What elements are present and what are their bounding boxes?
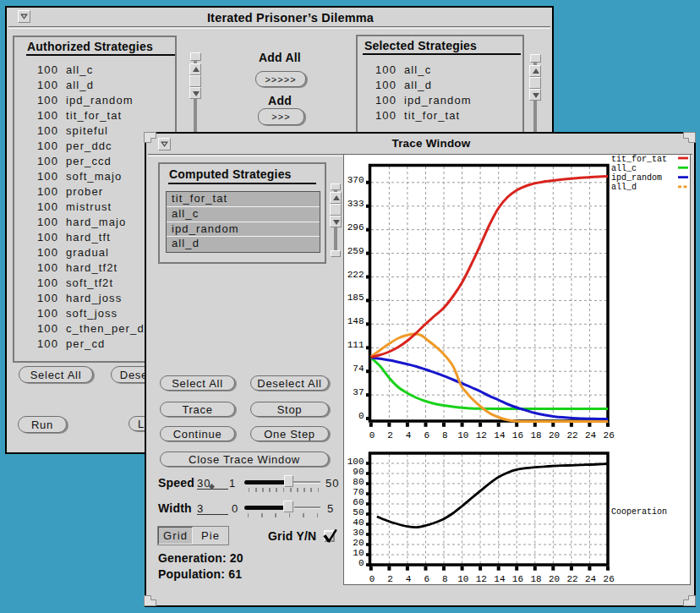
- svg-text:20: 20: [549, 574, 560, 584]
- svg-text:90: 90: [353, 467, 364, 477]
- svg-text:10: 10: [457, 574, 468, 584]
- svg-text:22: 22: [566, 430, 577, 441]
- svg-text:60: 60: [353, 497, 364, 507]
- svg-text:26: 26: [604, 430, 615, 441]
- svg-text:all_d: all_d: [611, 183, 637, 192]
- svg-text:18: 18: [530, 430, 541, 441]
- svg-text:16: 16: [512, 574, 523, 584]
- svg-text:4: 4: [406, 430, 412, 441]
- svg-text:37: 37: [353, 387, 364, 397]
- svg-text:2: 2: [387, 574, 393, 584]
- svg-text:10: 10: [353, 548, 364, 558]
- svg-text:14: 14: [494, 430, 506, 441]
- svg-text:333: 333: [347, 199, 364, 209]
- svg-text:74: 74: [353, 364, 364, 374]
- svg-text:22: 22: [566, 574, 577, 584]
- svg-text:185: 185: [347, 293, 364, 303]
- svg-text:259: 259: [347, 246, 364, 256]
- svg-text:10: 10: [457, 430, 468, 441]
- svg-text:12: 12: [476, 430, 487, 441]
- svg-text:100: 100: [347, 457, 364, 467]
- svg-text:370: 370: [347, 175, 364, 185]
- svg-text:2: 2: [387, 430, 393, 441]
- svg-text:26: 26: [604, 574, 615, 584]
- svg-text:80: 80: [353, 477, 364, 487]
- svg-text:all_c: all_c: [611, 164, 637, 173]
- svg-text:16: 16: [512, 430, 523, 441]
- svg-text:6: 6: [424, 430, 429, 441]
- svg-text:111: 111: [347, 340, 364, 350]
- svg-text:6: 6: [424, 574, 429, 584]
- svg-text:50: 50: [353, 507, 364, 517]
- svg-text:20: 20: [353, 538, 364, 548]
- svg-text:222: 222: [347, 270, 364, 280]
- svg-text:24: 24: [585, 430, 597, 441]
- svg-text:296: 296: [347, 222, 364, 233]
- svg-text:20: 20: [549, 430, 560, 441]
- svg-text:40: 40: [353, 517, 364, 528]
- svg-text:Cooperation: Cooperation: [611, 507, 667, 517]
- svg-text:0: 0: [369, 430, 375, 441]
- svg-text:14: 14: [494, 574, 506, 584]
- svg-text:24: 24: [585, 574, 597, 584]
- svg-text:8: 8: [442, 574, 448, 584]
- svg-text:4: 4: [406, 574, 412, 584]
- svg-text:12: 12: [476, 574, 487, 584]
- svg-text:0: 0: [358, 411, 364, 421]
- svg-text:18: 18: [530, 574, 541, 584]
- svg-text:30: 30: [353, 528, 364, 538]
- svg-text:148: 148: [347, 316, 364, 326]
- svg-text:8: 8: [442, 430, 448, 441]
- svg-text:ipd_random: ipd_random: [611, 173, 662, 183]
- svg-text:tit_for_tat: tit_for_tat: [611, 155, 667, 164]
- svg-text:0: 0: [369, 574, 375, 584]
- svg-text:70: 70: [353, 487, 364, 497]
- svg-text:0: 0: [358, 558, 364, 568]
